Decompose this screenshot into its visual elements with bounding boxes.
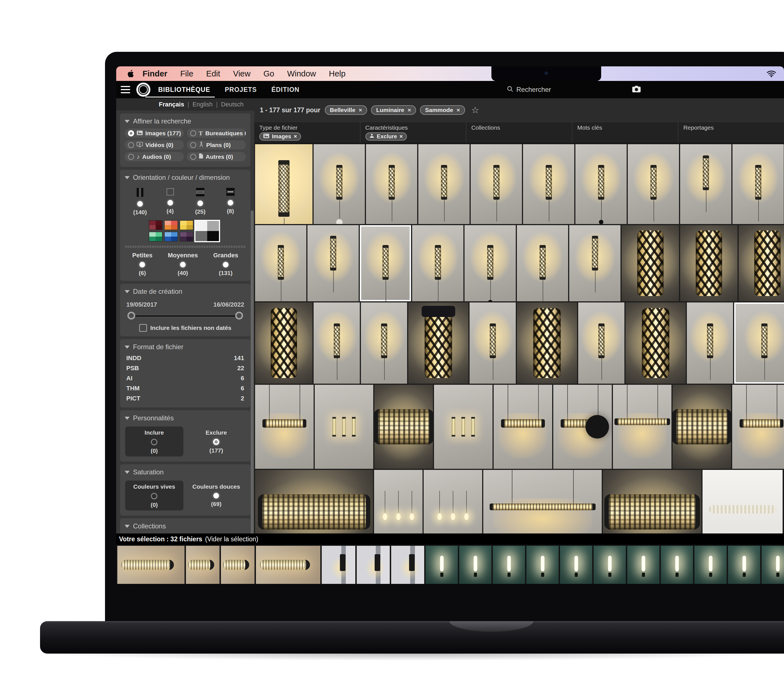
orientation-option[interactable]: (25): [188, 188, 213, 216]
image-tile[interactable]: [255, 302, 313, 384]
selection-thumbnail[interactable]: [560, 546, 592, 584]
image-tile[interactable]: [469, 302, 516, 384]
image-tile[interactable]: [366, 144, 417, 224]
image-tile[interactable]: [434, 385, 492, 469]
file-format-row[interactable]: PICT2: [125, 394, 246, 404]
saturation-soft-option[interactable]: Couleurs douces (69): [187, 481, 245, 511]
menu-item-edit[interactable]: Edit: [206, 69, 220, 78]
image-tile[interactable]: [408, 302, 468, 384]
selection-thumbnail[interactable]: [762, 546, 784, 584]
saturation-vivid-option[interactable]: Couleurs vives (0): [125, 481, 183, 511]
selection-thumbnail[interactable]: [459, 546, 491, 584]
image-tile[interactable]: [255, 385, 314, 469]
image-tile[interactable]: [626, 302, 686, 384]
image-tile-selected[interactable]: [734, 302, 784, 384]
personalities-header[interactable]: Personnalités: [125, 413, 246, 424]
selection-thumbnail[interactable]: [426, 546, 458, 584]
orientation-option[interactable]: (140): [127, 188, 153, 216]
image-tile[interactable]: [374, 385, 433, 469]
color-swatch[interactable]: [180, 232, 193, 241]
image-tile[interactable]: [622, 225, 679, 301]
selection-thumbnail[interactable]: [627, 546, 659, 584]
image-tile[interactable]: [374, 470, 423, 534]
slider-handle-start[interactable]: [127, 312, 135, 320]
selection-thumbnail[interactable]: [526, 546, 558, 584]
media-type-audios[interactable]: ♪ Audios (0): [125, 152, 184, 161]
language-deutsch[interactable]: Deutsch: [221, 101, 244, 108]
selection-thumbnail[interactable]: [661, 546, 693, 584]
selection-thumbnail[interactable]: [594, 546, 626, 584]
image-tile[interactable]: [315, 385, 373, 469]
image-tile[interactable]: [471, 144, 522, 224]
menu-item-file[interactable]: File: [180, 69, 193, 78]
selection-thumbnail[interactable]: [728, 546, 760, 584]
slider-handle-end[interactable]: [235, 312, 243, 320]
size-option-petites[interactable]: Petites (6): [132, 252, 152, 277]
image-tile[interactable]: [314, 302, 360, 384]
sidebar-scrollbar[interactable]: [250, 210, 254, 534]
orientation-header[interactable]: Orientation / couleur / dimension: [125, 173, 246, 184]
image-tile[interactable]: [687, 302, 733, 384]
menu-item-go[interactable]: Go: [264, 69, 274, 78]
menu-item-window[interactable]: Window: [287, 69, 316, 78]
collection-row[interactable]: Reprise135: [125, 532, 246, 534]
image-tile[interactable]: [255, 144, 313, 224]
tab-édition[interactable]: ÉDITION: [271, 81, 299, 98]
image-tile[interactable]: [523, 144, 574, 224]
selection-thumbnail[interactable]: [221, 546, 255, 584]
include-undated-checkbox[interactable]: [139, 324, 147, 332]
column-chip-exclure[interactable]: Exclure ×: [366, 132, 407, 140]
remove-chip-icon[interactable]: ×: [359, 107, 362, 114]
orientation-option[interactable]: (4): [158, 188, 183, 216]
image-tile[interactable]: [680, 225, 738, 301]
size-slider-ticks[interactable]: [125, 246, 245, 248]
personalities-include-option[interactable]: Inclure (0): [125, 427, 183, 456]
media-type-bureautiques[interactable]: T Bureautiques (0): [187, 129, 246, 138]
image-tile[interactable]: [575, 144, 627, 224]
filter-chip-luminaire[interactable]: Luminaire ×: [371, 105, 416, 115]
selection-thumbnail[interactable]: [256, 546, 320, 584]
media-type-plans[interactable]: Plans (0): [187, 140, 246, 150]
refine-search-header[interactable]: Affiner la recherche: [125, 116, 246, 127]
image-tile[interactable]: [628, 144, 679, 224]
size-option-grandes[interactable]: Grandes (131): [213, 252, 238, 277]
image-tile[interactable]: [703, 470, 782, 534]
size-option-moyennes[interactable]: Moyennes (40): [168, 252, 198, 277]
grayscale-swatch-selected[interactable]: [196, 221, 219, 241]
image-tile[interactable]: [423, 470, 482, 534]
image-tile[interactable]: [732, 385, 784, 469]
image-tile[interactable]: [739, 225, 784, 301]
image-tile[interactable]: [494, 385, 552, 469]
selection-thumbnail[interactable]: [694, 546, 726, 584]
file-format-row[interactable]: THM6: [125, 383, 246, 394]
tab-bibliothèque[interactable]: BIBLIOTHÈQUE: [158, 81, 210, 98]
color-swatch[interactable]: [149, 221, 162, 230]
image-tile[interactable]: [483, 470, 602, 534]
image-tile[interactable]: [569, 225, 621, 301]
search-input[interactable]: Rechercher: [507, 86, 551, 94]
image-tile[interactable]: [314, 144, 365, 224]
file-format-row[interactable]: INDD141: [125, 353, 246, 363]
date-range-slider[interactable]: [127, 311, 243, 321]
image-tile[interactable]: [672, 385, 731, 469]
color-swatch[interactable]: [149, 232, 162, 241]
menu-item-view[interactable]: View: [233, 69, 250, 78]
image-tile[interactable]: [255, 470, 373, 534]
image-tile[interactable]: [603, 470, 702, 534]
image-tile[interactable]: [308, 225, 359, 301]
creation-date-header[interactable]: Date de création: [125, 287, 246, 298]
selection-thumbnail[interactable]: [186, 546, 219, 584]
selection-thumbnail[interactable]: [357, 546, 390, 584]
column-chip-images[interactable]: Images ×: [259, 132, 301, 140]
hamburger-icon[interactable]: [121, 86, 130, 93]
image-tile[interactable]: [578, 302, 624, 384]
star-icon[interactable]: ☆: [471, 105, 479, 115]
image-tile-selected[interactable]: [360, 225, 411, 301]
ring-logo[interactable]: [137, 82, 150, 97]
file-format-row[interactable]: PSB22: [125, 363, 246, 373]
image-tile[interactable]: [255, 225, 306, 301]
selection-thumbnail[interactable]: [391, 546, 424, 584]
remove-chip-icon[interactable]: ×: [400, 133, 403, 140]
image-tile[interactable]: [613, 385, 672, 469]
language-english[interactable]: English: [193, 101, 212, 108]
